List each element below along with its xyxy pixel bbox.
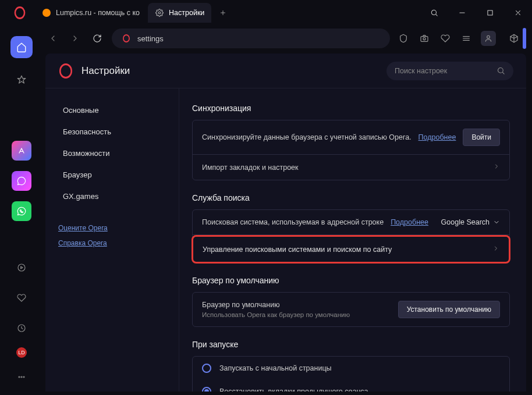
- play-icon[interactable]: [10, 257, 33, 279]
- heart-icon[interactable]: [439, 32, 452, 45]
- default-label: Браузер по умолчанию: [202, 301, 350, 309]
- default-sub: Использовать Opera как браузер по умолча…: [202, 311, 350, 318]
- favicon-lumpics: [42, 8, 51, 17]
- search-engine-row[interactable]: Поисковая система, используемая в адресн…: [193, 210, 509, 235]
- svg-point-1: [431, 10, 436, 15]
- sidebar-item-security[interactable]: Безопасность: [58, 122, 166, 142]
- maximize-button[interactable]: [481, 3, 499, 22]
- cube-icon[interactable]: [508, 32, 520, 45]
- tab-settings[interactable]: Настройки: [148, 3, 211, 23]
- settings-search[interactable]: [386, 62, 513, 80]
- default-browser-row[interactable]: Браузер по умолчанию Использовать Opera …: [193, 293, 509, 326]
- chevron-down-icon: [493, 219, 500, 226]
- import-label: Импорт закладок и настроек: [202, 163, 299, 172]
- home-button[interactable]: [10, 36, 33, 58]
- startup-option-restore[interactable]: Восстановить вкладки предыдущего сеанса: [193, 380, 509, 392]
- gear-icon: [155, 8, 164, 17]
- sidebar-item-features[interactable]: Возможности: [58, 143, 166, 163]
- svg-point-10: [23, 376, 24, 378]
- address-bar[interactable]: settings: [112, 29, 390, 48]
- svg-point-6: [18, 264, 25, 271]
- svg-point-8: [19, 376, 20, 378]
- messenger-icon[interactable]: [12, 171, 31, 191]
- sidebar-item-gxgames[interactable]: GX.games: [58, 186, 166, 207]
- speed-dial-icon[interactable]: [10, 69, 33, 91]
- section-default-title: Браузер по умолчанию: [192, 276, 510, 285]
- search-engine-select[interactable]: Google Search: [441, 218, 500, 226]
- svg-point-11: [498, 68, 503, 73]
- svg-rect-3: [421, 37, 428, 42]
- search-more-link[interactable]: Подробнее: [391, 218, 428, 226]
- manage-search-label: Управление поисковыми системами и поиско…: [203, 245, 392, 254]
- import-row[interactable]: Импорт закладок и настроек: [193, 155, 509, 180]
- tab-label: Настройки: [169, 9, 204, 17]
- search-engine-label: Поисковая система, используемая в адресн…: [202, 218, 384, 226]
- search-icon[interactable]: [425, 3, 444, 22]
- badge-icon[interactable]: LD: [16, 347, 27, 358]
- svg-point-9: [21, 376, 22, 378]
- opera-logo: [12, 5, 28, 21]
- toolbar-icons: [397, 28, 526, 49]
- svg-point-4: [423, 38, 425, 40]
- heart-rail-icon[interactable]: [10, 287, 33, 309]
- select-value: Google Search: [441, 218, 490, 226]
- sync-text: Синхронизируйте данные браузера с учетно…: [202, 133, 412, 141]
- section-startup-title: При запуске: [192, 340, 510, 349]
- default-browser-card: Браузер по умолчанию Использовать Opera …: [192, 292, 510, 327]
- settings-sidebar: Основные Безопасность Возможности Браузе…: [45, 88, 179, 392]
- settings-page: Настройки Основные Безопасность Возможно…: [45, 54, 526, 392]
- close-button[interactable]: [509, 3, 527, 22]
- new-tab-button[interactable]: [216, 6, 230, 20]
- sign-in-button[interactable]: Войти: [463, 129, 500, 146]
- search-card: Поисковая система, используемая в адресн…: [192, 209, 510, 263]
- forward-button[interactable]: [68, 31, 83, 46]
- app-shortcut-1[interactable]: [12, 141, 31, 161]
- sidebar-item-browser[interactable]: Браузер: [58, 165, 166, 185]
- nav-toolbar: settings: [0, 26, 532, 51]
- startup-option-home[interactable]: Запускать с начальной страницы: [193, 357, 509, 380]
- profile-icon[interactable]: [481, 31, 496, 46]
- help-opera-link[interactable]: Справка Opera: [58, 239, 166, 247]
- svg-rect-2: [488, 10, 492, 15]
- tab-strip: Lumpics.ru - помощь с ко Настройки: [35, 0, 425, 26]
- minimize-button[interactable]: [453, 3, 471, 22]
- reload-button[interactable]: [90, 31, 105, 46]
- page-title: Настройки: [81, 65, 130, 77]
- menu-icon[interactable]: [460, 32, 473, 45]
- section-search-title: Служба поиска: [192, 193, 510, 202]
- opera-logo-header: [59, 63, 72, 79]
- svg-point-5: [487, 35, 490, 38]
- camera-icon[interactable]: [418, 32, 431, 45]
- search-input[interactable]: [395, 67, 496, 75]
- whatsapp-icon[interactable]: [12, 201, 31, 221]
- opt1-label: Запускать с начальной страницы: [219, 364, 332, 372]
- opt2-label: Восстановить вкладки предыдущего сеанса: [219, 387, 368, 392]
- opera-icon: [121, 33, 132, 44]
- history-icon[interactable]: [10, 317, 33, 339]
- tab-lumpics[interactable]: Lumpics.ru - помощь с ко: [35, 3, 147, 23]
- sync-more-link[interactable]: Подробнее: [418, 133, 456, 141]
- svg-point-0: [158, 12, 161, 14]
- manage-search-engines-row[interactable]: Управление поисковыми системами и поиско…: [191, 235, 510, 264]
- right-accent: [523, 28, 526, 49]
- settings-header: Настройки: [45, 54, 526, 88]
- sync-card: Синхронизируйте данные браузера с учетно…: [192, 120, 510, 180]
- sync-row[interactable]: Синхронизируйте данные браузера с учетно…: [193, 120, 509, 155]
- side-rail: LD: [1, 28, 42, 394]
- search-icon: [496, 66, 505, 75]
- chevron-right-icon: [492, 245, 499, 254]
- window-controls: [425, 3, 527, 22]
- startup-card: Запускать с начальной страницы Восстанов…: [192, 356, 510, 392]
- sidebar-item-basic[interactable]: Основные: [58, 100, 166, 120]
- shield-icon[interactable]: [397, 32, 410, 45]
- radio-selected: [202, 387, 211, 392]
- back-button[interactable]: [45, 31, 61, 46]
- address-text: settings: [137, 34, 164, 43]
- tab-label: Lumpics.ru - помощь с ко: [56, 9, 140, 17]
- more-icon[interactable]: [10, 366, 33, 388]
- settings-content: Синхронизация Синхронизируйте данные бра…: [179, 88, 526, 392]
- chevron-right-icon: [493, 163, 500, 172]
- section-sync-title: Синхронизация: [192, 104, 510, 113]
- set-default-button[interactable]: Установить по умолчанию: [398, 301, 500, 318]
- rate-opera-link[interactable]: Оцените Opera: [58, 224, 166, 232]
